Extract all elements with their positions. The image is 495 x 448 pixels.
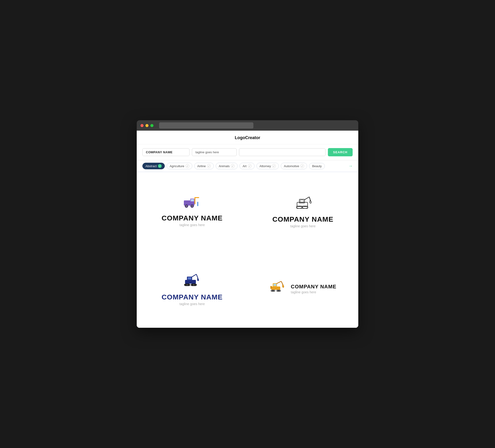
logo-icon-4 (269, 279, 287, 295)
check-icon: ✓ (186, 164, 189, 168)
svg-rect-21 (188, 277, 191, 280)
svg-rect-47 (270, 286, 272, 289)
category-label: Abstract (145, 164, 157, 168)
logo-icon-3 (183, 272, 202, 289)
svg-point-33 (193, 284, 194, 286)
category-label: Beauty (312, 164, 321, 168)
app-title: LogoCreator (235, 135, 260, 140)
logo1-tagline: tagline goes here (179, 223, 205, 227)
svg-line-22 (192, 274, 196, 277)
logo3-company-name: COMPANY NAME (162, 293, 222, 301)
svg-rect-36 (274, 284, 276, 286)
svg-rect-12 (300, 200, 303, 202)
category-chip-art[interactable]: Art ✓ (239, 163, 255, 169)
category-label: Airline (197, 164, 206, 168)
logo4-layout: COMPANY NAME tagline goes here (269, 279, 336, 299)
logo-card-2[interactable]: COMPANY NAME tagline goes here (248, 172, 358, 250)
logo1-company-name: COMPANY NAME (162, 214, 222, 222)
logo4-company-name: COMPANY NAME (291, 284, 336, 290)
browser-window: LogoCreator SEARCH Abstract ✓ Agricultur… (137, 120, 358, 328)
maximize-button[interactable] (150, 124, 153, 127)
svg-rect-46 (277, 290, 280, 291)
logo2-company-name: COMPANY NAME (272, 215, 333, 223)
category-label: Automotive (284, 164, 299, 168)
logo-icon-2 (292, 194, 314, 211)
logo3-tagline: tagline goes here (179, 302, 205, 306)
logo-card-3[interactable]: COMPANY NAME tagline goes here (137, 250, 248, 328)
svg-rect-2 (191, 199, 194, 201)
category-chip-abstract[interactable]: Abstract ✓ (142, 163, 165, 169)
browser-content: LogoCreator SEARCH Abstract ✓ Agricultur… (137, 131, 358, 328)
svg-point-32 (186, 284, 188, 286)
svg-rect-7 (194, 197, 195, 204)
svg-point-6 (192, 205, 193, 207)
category-chip-animals[interactable]: Animals ✓ (216, 163, 238, 169)
category-bar: Abstract ✓ Agriculture ✓ Airline ✓ Anima… (137, 160, 358, 172)
minimize-button[interactable] (145, 124, 149, 127)
logo4-text: COMPANY NAME tagline goes here (291, 284, 336, 294)
svg-rect-45 (272, 290, 274, 291)
logo2-tagline: tagline goes here (290, 224, 315, 228)
svg-rect-9 (197, 202, 198, 206)
logo-icon-1 (183, 195, 202, 210)
category-label: Animals (219, 164, 230, 168)
logo-grid: COMPANY NAME tagline goes here (137, 172, 358, 328)
check-icon: ✓ (272, 164, 276, 168)
tagline-input[interactable] (192, 148, 237, 156)
category-chip-beauty[interactable]: Beauty (309, 163, 325, 169)
browser-titlebar (137, 120, 358, 131)
close-button[interactable] (140, 124, 144, 127)
category-label: Attorney (260, 164, 271, 168)
svg-line-23 (196, 274, 198, 279)
check-icon: ✓ (248, 164, 251, 168)
check-icon: ✓ (300, 164, 304, 168)
svg-line-38 (281, 281, 283, 285)
next-arrow-icon[interactable]: → (348, 164, 353, 168)
svg-rect-34 (271, 286, 280, 290)
logo-card-1[interactable]: COMPANY NAME tagline goes here (137, 172, 248, 250)
company-name-input[interactable] (142, 148, 190, 156)
category-label: Art (243, 164, 247, 168)
category-label: Agriculture (170, 164, 184, 168)
svg-rect-19 (185, 280, 196, 284)
svg-line-37 (276, 281, 281, 284)
category-chip-attorney[interactable]: Attorney ✓ (256, 163, 279, 169)
search-bar: SEARCH (137, 144, 358, 160)
svg-rect-8 (194, 197, 199, 198)
logo4-tagline: tagline goes here (291, 290, 336, 294)
category-chip-agriculture[interactable]: Agriculture ✓ (167, 163, 192, 169)
svg-line-13 (304, 197, 309, 200)
search-button[interactable]: SEARCH (328, 148, 353, 156)
logo-card-4[interactable]: COMPANY NAME tagline goes here (248, 250, 358, 328)
category-chip-airline[interactable]: Airline ✓ (194, 163, 214, 169)
app-header: LogoCreator (137, 131, 358, 144)
svg-point-4 (186, 205, 187, 207)
check-icon: ✓ (158, 164, 162, 168)
check-icon: ✓ (231, 164, 234, 168)
address-bar[interactable] (159, 122, 253, 128)
color-input[interactable] (239, 148, 326, 156)
check-icon: ✓ (207, 164, 211, 168)
category-chip-automotive[interactable]: Automotive ✓ (281, 163, 307, 169)
